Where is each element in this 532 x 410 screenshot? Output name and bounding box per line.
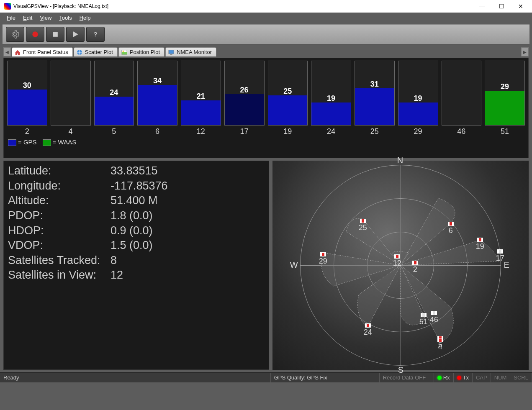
signal-bar: 2951: [485, 61, 525, 136]
record-button[interactable]: [26, 27, 44, 42]
satellite-marker-icon: [497, 249, 503, 254]
satellite-label: 19: [476, 242, 484, 251]
info-label: PDOP:: [8, 208, 111, 223]
minimize-button[interactable]: —: [473, 0, 492, 13]
svg-point-0: [32, 31, 38, 37]
signal-bars: 3024245346211226172519192431251929462951: [4, 58, 528, 137]
tab-front-panel[interactable]: Front Panel Status: [12, 47, 73, 56]
compass-north: N: [397, 156, 403, 165]
satellite-id: 19: [283, 127, 292, 136]
signal-value: 26: [225, 86, 264, 95]
satellite-marker-icon: [431, 311, 437, 315]
question-icon: ?: [91, 30, 100, 38]
sky-satellite: 4: [437, 338, 443, 351]
play-button[interactable]: [66, 27, 85, 42]
satellite-marker-icon: [320, 252, 326, 256]
sky-satellite: 19: [476, 238, 484, 251]
signal-value: 29: [485, 82, 524, 91]
signal-bar: 46: [442, 61, 482, 136]
signal-value: 19: [311, 94, 351, 103]
satellite-id: 6: [155, 127, 159, 136]
signal-bars-panel: 3024245346211226172519192431251929462951…: [3, 58, 529, 158]
title-bar: VisualGPSView - [Playback: NMEALog.txt] …: [0, 0, 532, 13]
satellite-label: 6: [448, 226, 454, 235]
info-row: Latitude:33.83515: [8, 164, 265, 179]
maximize-button[interactable]: ☐: [492, 0, 511, 13]
tab-scroll-right[interactable]: ▶: [521, 47, 529, 56]
satellite-id: 5: [112, 127, 116, 136]
status-gps-quality: GPS Quality: GPS Fix: [271, 373, 380, 382]
satellite-label: 46: [430, 315, 438, 324]
tab-nmea-monitor[interactable]: NMEA Monitor: [165, 47, 216, 56]
tab-label: Position Plot: [130, 49, 160, 55]
menu-view[interactable]: View: [36, 14, 55, 22]
satellite-marker-icon: [421, 313, 427, 317]
play-icon: [71, 30, 80, 38]
signal-bar: 245: [94, 61, 134, 136]
sky-satellite: 2: [412, 261, 418, 274]
menu-help[interactable]: Help: [76, 14, 94, 22]
svg-rect-8: [170, 54, 172, 55]
info-label: Altitude:: [8, 193, 111, 208]
satellite-label: 29: [319, 257, 327, 266]
info-row: HDOP:0.9 (0.0): [8, 223, 265, 238]
close-button[interactable]: ✕: [511, 0, 530, 13]
signal-bar: 2519: [268, 61, 308, 136]
info-label: Latitude:: [8, 164, 111, 179]
signal-bar: 2617: [224, 61, 265, 136]
legend-swatch-waas: [43, 139, 51, 146]
tab-strip: ◀ Front Panel Status Scatter Plot Positi…: [0, 46, 532, 58]
satellite-id: 17: [240, 127, 249, 136]
settings-button[interactable]: [6, 27, 24, 42]
menu-edit[interactable]: Edit: [20, 14, 36, 22]
status-record: Record Data OFF: [380, 373, 434, 382]
toolbar: ?: [3, 24, 529, 44]
satellite-marker-icon: [365, 323, 371, 328]
home-icon: [15, 49, 21, 55]
tab-label: NMEA Monitor: [177, 49, 212, 55]
window-title: VisualGPSView - [Playback: NMEALog.txt]: [13, 3, 473, 9]
info-row: VDOP:1.5 (0.0): [8, 238, 265, 253]
status-tx: Tx: [454, 373, 473, 382]
info-value: 12: [111, 268, 123, 283]
satellite-label: 25: [359, 223, 367, 232]
gear-icon: [11, 30, 19, 38]
info-value: -117.85376: [111, 179, 168, 194]
sky-plot: N S E W 25619172912224465154: [272, 161, 529, 370]
signal-bar: 1924: [311, 61, 351, 136]
info-value: 0.9 (0.0): [111, 223, 153, 238]
led-tx-icon: [457, 376, 461, 380]
stop-icon: [51, 30, 59, 38]
sky-satellite: 29: [319, 252, 327, 266]
sky-satellite: 24: [364, 323, 372, 337]
satellite-id: 24: [327, 127, 335, 136]
tab-position-plot[interactable]: Position Plot: [118, 47, 164, 56]
sky-satellite: 17: [496, 249, 504, 263]
menu-file[interactable]: File: [3, 14, 19, 22]
status-rx: Rx: [434, 373, 454, 382]
sky-satellite: 46: [430, 311, 438, 324]
signal-bar: 3125: [355, 61, 395, 136]
tab-scroll-left[interactable]: ◀: [3, 47, 11, 56]
signal-value: 19: [398, 94, 438, 103]
tab-scatter-plot[interactable]: Scatter Plot: [74, 47, 118, 56]
stop-button[interactable]: [46, 27, 64, 42]
menu-tools[interactable]: Tools: [56, 14, 75, 22]
compass-west: W: [290, 260, 298, 270]
satellite-id: 12: [197, 127, 205, 136]
signal-bar: 1929: [398, 61, 438, 136]
satellite-id: 51: [501, 127, 509, 136]
info-label: Satellites Tracked:: [8, 253, 111, 268]
signal-value: 34: [138, 77, 177, 85]
help-button[interactable]: ?: [86, 27, 105, 42]
satellite-marker-icon: [394, 254, 400, 259]
info-label: Satellites in View:: [8, 268, 111, 283]
info-label: Longitude:: [8, 179, 111, 194]
info-value: 1.5 (0.0): [111, 238, 153, 253]
satellite-marker-icon: [437, 338, 443, 342]
info-panel: Latitude:33.83515Longitude:-117.85376Alt…: [3, 161, 269, 370]
signal-value: 31: [355, 80, 394, 89]
svg-rect-7: [169, 50, 174, 54]
compass-south: S: [398, 365, 403, 375]
info-value: 8: [111, 253, 117, 268]
